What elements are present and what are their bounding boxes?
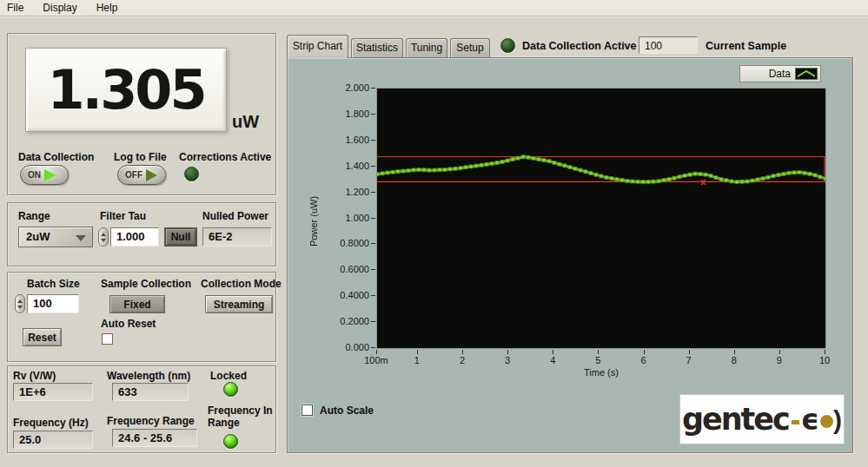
x-tick-mark — [462, 350, 463, 354]
data-point-marker — [725, 179, 728, 182]
data-point-marker — [714, 176, 718, 180]
y-tick-label: 1.600 — [321, 135, 369, 145]
frequency-in-range-led — [223, 434, 238, 449]
corrections-active-label: Corrections Active — [179, 151, 271, 163]
data-point-marker — [678, 175, 681, 179]
chart-legend[interactable]: Data — [739, 65, 821, 82]
y-tick-mark — [371, 269, 375, 270]
filter-tau-input[interactable]: 1.000 — [110, 227, 159, 247]
data-point-marker — [808, 172, 812, 175]
rv-label: Rv (V/W) — [13, 370, 56, 382]
data-point-marker — [391, 170, 394, 174]
x-tick-label: 100m — [357, 355, 395, 365]
log-to-file-toggle-state: OFF — [125, 170, 142, 180]
data-point-marker — [506, 159, 509, 162]
detector-info-panel: Rv (V/W) 1E+6 Wavelength (nm) 633 Locked… — [7, 365, 276, 453]
tab-tuning[interactable]: Tuning — [406, 38, 447, 58]
rv-field: 1E+6 — [13, 383, 93, 401]
locked-led — [223, 382, 238, 397]
batch-size-input[interactable]: 100 — [27, 294, 79, 313]
data-point-marker — [709, 174, 712, 178]
batch-size-stepper[interactable] — [15, 294, 25, 313]
y-tick-mark — [371, 192, 375, 193]
data-point-marker — [803, 171, 806, 174]
y-tick-label: 0.2000 — [321, 316, 369, 326]
sample-collection-label: Sample Collection — [101, 278, 191, 290]
frequency-field: 25.0 — [13, 431, 93, 449]
data-point-marker — [652, 180, 655, 183]
x-tick-mark — [376, 350, 377, 354]
tab-statistics[interactable]: Statistics — [351, 38, 403, 58]
toggle-on-arrow-icon — [44, 169, 56, 181]
data-point-marker — [693, 172, 697, 175]
data-point-marker — [454, 167, 457, 170]
data-point-marker — [396, 170, 400, 174]
batch-size-label: Batch Size — [27, 278, 80, 290]
data-point-marker — [579, 168, 582, 172]
data-point-marker — [500, 160, 504, 163]
data-point-marker — [511, 158, 514, 161]
auto-reset-checkbox[interactable] — [102, 333, 113, 345]
data-point-marker — [412, 168, 415, 172]
tab-strip-chart[interactable]: Strip Chart — [287, 35, 348, 58]
data-point-marker — [516, 156, 520, 160]
collection-mode-button[interactable]: Streaming — [205, 295, 273, 313]
data-point-marker — [427, 168, 431, 172]
data-point-marker — [688, 173, 692, 176]
y-tick-mark — [371, 347, 375, 348]
data-point-marker — [407, 168, 410, 172]
tab-setup[interactable]: Setup — [450, 38, 490, 58]
chart-cursor-marker[interactable]: x — [700, 176, 706, 187]
data-point-marker — [443, 168, 447, 171]
auto-scale-checkbox[interactable] — [301, 405, 313, 416]
meter-panel: 1.305 uW Data Collection ON Log to File … — [7, 33, 276, 195]
data-point-marker — [813, 174, 817, 177]
x-tick-mark — [734, 350, 735, 354]
log-to-file-toggle[interactable]: OFF — [117, 165, 166, 185]
null-button[interactable]: Null — [164, 227, 197, 247]
log-to-file-label: Log to File — [114, 151, 167, 163]
data-point-marker — [615, 178, 619, 181]
filter-tau-stepper[interactable] — [98, 227, 109, 247]
range-dropdown[interactable]: 2uW — [18, 227, 93, 247]
data-point-marker — [521, 155, 525, 159]
data-point-marker — [547, 160, 551, 163]
menu-display[interactable]: Display — [43, 2, 76, 14]
auto-scale-label: Auto Scale — [320, 405, 374, 417]
toggle-off-arrow-icon — [146, 169, 157, 181]
x-tick-label: 4 — [533, 355, 572, 365]
data-point-marker — [761, 177, 765, 181]
data-point-marker — [610, 176, 613, 180]
nulled-power-label: Nulled Power — [202, 210, 268, 222]
y-tick-label: 0.6000 — [321, 264, 369, 274]
batch-panel: Batch Size 100 Sample Collection Fixed C… — [7, 272, 276, 362]
data-point-marker — [469, 165, 473, 168]
locked-label: Locked — [210, 370, 247, 382]
chevron-down-icon — [76, 235, 86, 241]
y-tick-mark — [371, 295, 375, 296]
data-point-marker — [766, 175, 770, 179]
x-tick-label: 10 — [805, 355, 844, 365]
data-point-marker — [782, 172, 785, 175]
data-point-marker — [620, 178, 624, 181]
reset-button[interactable]: Reset — [23, 328, 62, 346]
data-point-marker — [490, 161, 494, 165]
data-point-marker — [558, 162, 561, 166]
menu-file[interactable]: File — [7, 2, 23, 14]
strip-chart-page: Data Power (uW) Time (s) 2.0001.8001.600… — [287, 57, 853, 453]
logo-gold-dash — [792, 420, 799, 424]
data-point-marker — [667, 177, 671, 181]
data-point-marker — [584, 170, 587, 174]
frequency-range-field: 24.6 - 25.6 — [112, 429, 197, 447]
sample-collection-button[interactable]: Fixed — [109, 295, 165, 313]
plot-background — [377, 89, 825, 348]
legend-line-swatch-icon — [795, 68, 818, 80]
data-point-marker — [798, 171, 801, 174]
data-collection-toggle[interactable]: ON — [20, 165, 69, 185]
data-point-marker — [787, 171, 791, 174]
data-point-marker — [756, 178, 759, 181]
x-tick-label: 6 — [625, 355, 663, 365]
data-point-marker — [818, 175, 822, 179]
strip-chart-plot[interactable]: x — [376, 88, 826, 349]
menu-help[interactable]: Help — [96, 2, 118, 14]
